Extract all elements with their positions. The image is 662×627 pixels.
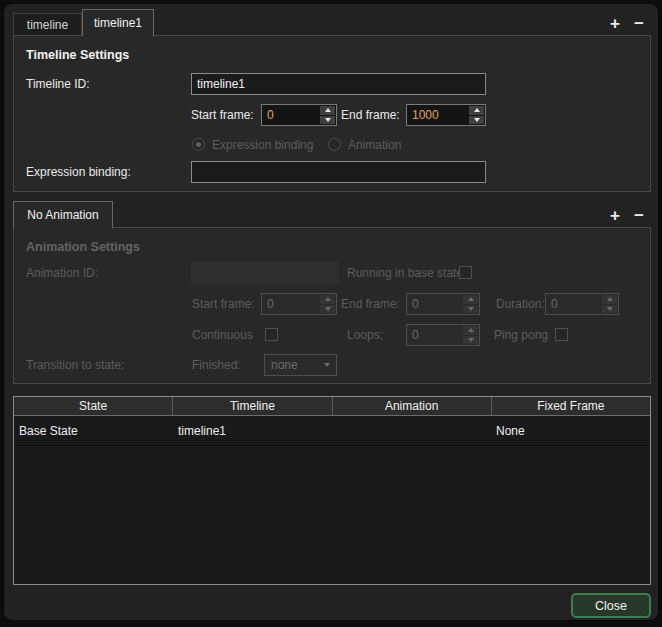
- arrow-down-icon: [325, 307, 331, 311]
- start-frame-spinbox: [261, 104, 337, 126]
- arrow-up-icon: [325, 108, 331, 112]
- arrow-down-icon: [474, 118, 480, 122]
- close-button[interactable]: Close: [571, 593, 651, 618]
- spin-up-button: [463, 295, 478, 304]
- anim-start-frame-label: Start frame:: [192, 293, 255, 315]
- expression-binding-label: Expression binding:: [26, 161, 131, 183]
- spin-up-button: [602, 295, 617, 304]
- spin-down-button[interactable]: [469, 116, 484, 125]
- states-table-header: State Timeline Animation Fixed Frame: [14, 397, 650, 416]
- finished-combobox: none: [264, 354, 337, 376]
- animation-id-input: [191, 262, 339, 284]
- expression-binding-radio-label: Expression binding: [212, 134, 313, 156]
- end-frame-spin-buttons: [468, 105, 485, 125]
- minus-icon: −: [634, 14, 644, 34]
- anim-end-frame-input: [407, 294, 462, 314]
- radio-selected-dot-icon: [196, 142, 201, 147]
- spin-buttons: [462, 325, 479, 345]
- spin-up-button[interactable]: [469, 106, 484, 115]
- spin-buttons: [601, 294, 618, 314]
- cell-state: Base State: [14, 416, 173, 445]
- end-frame-label: End frame:: [341, 104, 400, 126]
- timeline-dialog-window: timeline timeline1 + − Timeline Settings…: [3, 3, 659, 621]
- cell-fixed-frame: None: [491, 416, 650, 445]
- column-header-animation: Animation: [333, 397, 492, 415]
- anim-start-frame-spinbox: [261, 293, 337, 315]
- arrow-down-icon: [468, 338, 474, 342]
- column-header-state: State: [14, 397, 173, 415]
- arrow-down-icon: [468, 307, 474, 311]
- dropdown-arrow-icon: [324, 363, 330, 367]
- expression-binding-input[interactable]: [191, 161, 486, 183]
- tab-no-animation-label: No Animation: [27, 208, 98, 222]
- end-frame-spinbox: [406, 104, 486, 126]
- anim-end-frame-label: End frame:: [341, 293, 400, 315]
- tab-timeline1-label: timeline1: [94, 16, 142, 30]
- spin-down-button: [463, 305, 478, 314]
- continuous-checkbox: [265, 328, 278, 341]
- expression-binding-radio: [192, 138, 205, 151]
- arrow-up-icon: [468, 297, 474, 301]
- ping-pong-checkbox: [555, 328, 568, 341]
- duration-label: Duration:: [496, 293, 545, 315]
- start-frame-spin-buttons: [319, 105, 336, 125]
- states-table: State Timeline Animation Fixed Frame Bas…: [13, 396, 651, 585]
- spin-down-button[interactable]: [320, 116, 335, 125]
- arrow-up-icon: [468, 328, 474, 332]
- cell-animation: [332, 416, 491, 445]
- animation-radio: [328, 138, 341, 151]
- timeline-settings-title: Timeline Settings: [26, 48, 129, 62]
- cell-timeline: timeline1: [173, 416, 332, 445]
- timeline-id-input[interactable]: [191, 73, 486, 95]
- animation-settings-title: Animation Settings: [26, 240, 140, 254]
- spin-up-button: [463, 326, 478, 335]
- spin-up-button: [320, 295, 335, 304]
- minus-icon: −: [634, 206, 644, 226]
- plus-icon: +: [610, 14, 620, 34]
- spin-buttons: [319, 294, 336, 314]
- duration-input: [546, 294, 601, 314]
- arrow-up-icon: [474, 108, 480, 112]
- arrow-up-icon: [607, 297, 613, 301]
- plus-icon: +: [610, 206, 620, 226]
- running-in-base-state-label: Running in base state: [347, 262, 463, 284]
- column-header-timeline: Timeline: [173, 397, 332, 415]
- spin-down-button: [463, 336, 478, 345]
- animation-radio-label: Animation: [348, 134, 401, 156]
- remove-animation-button[interactable]: −: [630, 207, 648, 225]
- transition-to-state-label: Transition to state:: [26, 354, 124, 376]
- add-timeline-button[interactable]: +: [606, 15, 624, 33]
- end-frame-input[interactable]: [407, 105, 468, 125]
- start-frame-label: Start frame:: [191, 104, 254, 126]
- timeline-settings-panel: Timeline Settings Timeline ID: Start fra…: [13, 35, 651, 192]
- timeline-id-label: Timeline ID:: [26, 73, 90, 95]
- animation-id-label: Animation ID:: [26, 262, 98, 284]
- finished-combobox-value: none: [271, 358, 298, 372]
- spin-down-button: [602, 305, 617, 314]
- start-frame-input[interactable]: [262, 105, 319, 125]
- running-in-base-state-checkbox: [459, 266, 472, 279]
- spin-up-button[interactable]: [320, 106, 335, 115]
- duration-spinbox: [545, 293, 619, 315]
- loops-input: [407, 325, 462, 345]
- tab-timeline[interactable]: timeline: [13, 13, 82, 36]
- loops-label: Loops:: [347, 324, 383, 346]
- animation-settings-panel: Animation Settings Animation ID: Running…: [13, 227, 651, 384]
- tab-timeline-label: timeline: [27, 18, 68, 32]
- anim-start-frame-input: [262, 294, 319, 314]
- tab-no-animation[interactable]: No Animation: [13, 201, 113, 228]
- remove-timeline-button[interactable]: −: [630, 15, 648, 33]
- spin-down-button: [320, 305, 335, 314]
- loops-spinbox: [406, 324, 480, 346]
- finished-label: Finished:: [192, 354, 241, 376]
- tab-timeline1[interactable]: timeline1: [82, 9, 154, 36]
- arrow-up-icon: [325, 297, 331, 301]
- add-animation-button[interactable]: +: [606, 207, 624, 225]
- column-header-fixed-frame: Fixed Frame: [492, 397, 650, 415]
- anim-end-frame-spinbox: [406, 293, 480, 315]
- ping-pong-label: Ping pong: [494, 324, 548, 346]
- table-row[interactable]: Base State timeline1 None: [14, 416, 650, 446]
- spin-buttons: [462, 294, 479, 314]
- arrow-down-icon: [325, 118, 331, 122]
- continuous-label: Continuous: [192, 324, 253, 346]
